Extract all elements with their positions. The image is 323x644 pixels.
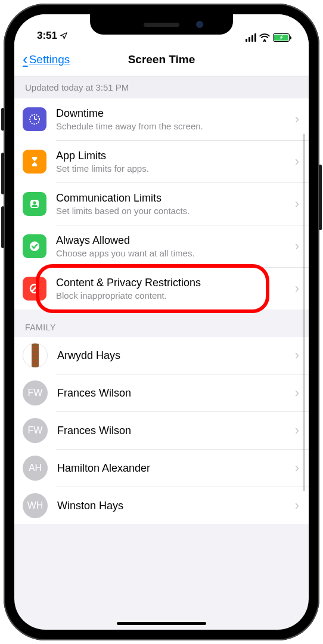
cellular-icon: [246, 33, 256, 42]
row-subtitle: Set time limits for apps.: [56, 163, 290, 174]
person-icon: [23, 192, 46, 216]
row-always-allowed[interactable]: Always Allowed Choose apps you want at a…: [14, 225, 309, 267]
wifi-icon: [259, 33, 270, 42]
chevron-right-icon: ›: [290, 348, 299, 363]
back-label: Settings: [29, 53, 70, 66]
update-status: Updated today at 3:51 PM: [14, 76, 309, 98]
chevron-right-icon: ›: [290, 196, 299, 212]
row-title: Always Allowed: [56, 234, 290, 247]
home-indicator[interactable]: [117, 622, 206, 625]
back-button[interactable]: ‹ Settings: [23, 50, 70, 69]
status-time: 3:51: [37, 30, 57, 42]
family-name: Hamilton Alexander: [57, 462, 290, 475]
svg-point-0: [263, 39, 265, 41]
row-subtitle: Block inappropriate content.: [56, 290, 290, 301]
svg-point-3: [33, 202, 36, 205]
family-row[interactable]: FW Frances Wilson ›: [14, 374, 309, 411]
nosign-icon: [23, 277, 46, 301]
scroll-indicator[interactable]: [303, 134, 305, 491]
avatar: AH: [23, 456, 48, 481]
chevron-right-icon: ›: [290, 460, 299, 476]
row-title: Content & Privacy Restrictions: [56, 277, 290, 289]
downtime-icon: [23, 107, 46, 131]
row-title: Communication Limits: [56, 192, 290, 205]
avatar: FW: [23, 418, 48, 443]
chevron-right-icon: ›: [290, 112, 299, 127]
row-title: App Limits: [56, 150, 290, 162]
hourglass-icon: [23, 150, 46, 174]
family-name: Winston Hays: [57, 500, 290, 512]
family-row[interactable]: AH Hamilton Alexander ›: [14, 450, 309, 487]
row-title: Downtime: [56, 107, 290, 120]
chevron-right-icon: ›: [290, 239, 299, 254]
row-communication-limits[interactable]: Communication Limits Set limits based on…: [14, 183, 309, 225]
battery-icon: ⚡︎: [273, 33, 290, 42]
chevron-right-icon: ›: [290, 385, 299, 401]
svg-line-6: [32, 286, 38, 292]
family-section-header: FAMILY: [14, 309, 309, 337]
nav-bar: ‹ Settings Screen Time: [14, 43, 309, 76]
chevron-right-icon: ›: [290, 281, 299, 296]
row-content-privacy[interactable]: Content & Privacy Restrictions Block ina…: [14, 268, 309, 309]
avatar: FW: [23, 380, 48, 405]
row-downtime[interactable]: Downtime Schedule time away from the scr…: [14, 98, 309, 140]
row-subtitle: Schedule time away from the screen.: [56, 121, 290, 131]
avatar: WH: [23, 493, 48, 518]
row-app-limits[interactable]: App Limits Set time limits for apps. ›: [14, 141, 309, 182]
location-icon: [60, 32, 68, 40]
checkmark-icon: [23, 234, 46, 258]
family-name: Frances Wilson: [57, 387, 290, 400]
family-row[interactable]: FW Frances Wilson ›: [14, 412, 309, 449]
chevron-right-icon: ›: [290, 423, 299, 438]
row-subtitle: Set limits based on your contacts.: [56, 206, 290, 216]
family-name: Arwydd Hays: [57, 349, 290, 362]
family-row[interactable]: WH Winston Hays ›: [14, 487, 309, 524]
chevron-left-icon: ‹: [23, 50, 28, 69]
chevron-right-icon: ›: [290, 154, 299, 169]
family-row[interactable]: Arwydd Hays ›: [14, 337, 309, 374]
chevron-right-icon: ›: [290, 498, 299, 513]
row-subtitle: Choose apps you want at all times.: [56, 248, 290, 258]
family-name: Frances Wilson: [57, 425, 290, 437]
avatar: [23, 343, 48, 368]
